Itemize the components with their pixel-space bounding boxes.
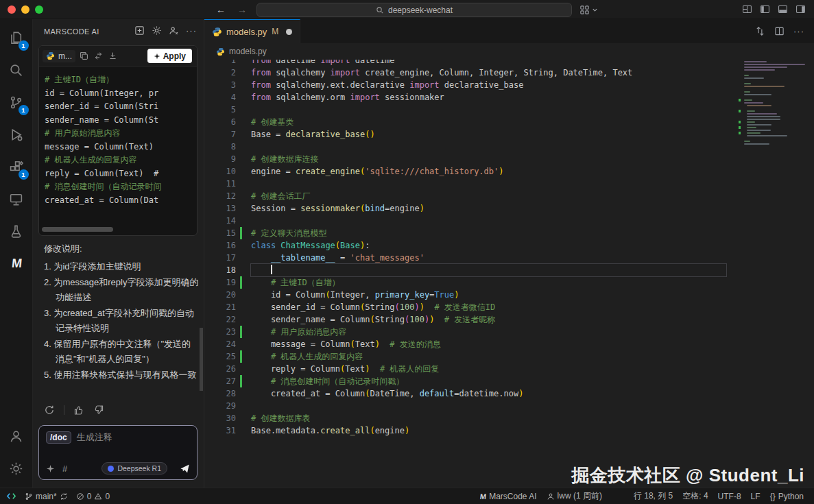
back-icon[interactable]: ← <box>216 4 226 15</box>
toggle-secondary-sidebar-icon[interactable] <box>795 4 806 14</box>
code-line[interactable]: 2from sqlalchemy import create_engine, C… <box>204 67 814 79</box>
preview-code[interactable]: # 主键ID（自增）id = Column(Integer, prsender_… <box>39 67 197 207</box>
workbench: 1 1 1 M <box>0 19 814 488</box>
new-chat-icon[interactable] <box>134 25 145 36</box>
code-line[interactable]: 10engine = create_engine('sqlite:///chat… <box>204 165 814 178</box>
thumbs-up-icon[interactable] <box>73 405 84 416</box>
code-line[interactable]: 5 <box>204 104 814 116</box>
code-line[interactable]: 20 id = Column(Integer, primary_key=True… <box>204 289 814 301</box>
code-line[interactable]: 30# 创建数据库表 <box>204 412 814 424</box>
unsaved-dot[interactable] <box>286 29 292 35</box>
code-line[interactable]: 9# 创建数据库连接 <box>204 153 814 165</box>
code-line[interactable]: 26 reply = Column(Text) # 机器人的回复 <box>204 363 814 375</box>
code-line[interactable]: 6# 创建基类 <box>204 116 814 128</box>
more-actions-icon[interactable]: ··· <box>186 27 197 34</box>
code-line[interactable]: 23 # 用户原始消息内容 <box>204 326 814 338</box>
breadcrumb-file[interactable]: models.py <box>229 47 267 56</box>
code-line[interactable]: 13Session = sessionmaker(bind=engine) <box>204 202 814 215</box>
code-line[interactable]: 14 <box>204 215 814 227</box>
breadcrumb[interactable]: models.py <box>204 43 814 60</box>
code-line[interactable]: 21 sender_id = Column(String(100)) # 发送者… <box>204 301 814 313</box>
code-line[interactable]: 18 <box>204 264 814 276</box>
code-line[interactable]: 15# 定义聊天消息模型 <box>204 227 814 239</box>
code-line[interactable]: 27 # 消息创建时间（自动记录时间戳） <box>204 375 814 387</box>
account-x-icon[interactable] <box>169 25 179 36</box>
code-line[interactable]: 22 sender_name = Column(String(100)) # 发… <box>204 313 814 326</box>
line-number: 14 <box>204 215 236 227</box>
activitybar-extensions[interactable]: 1 <box>0 151 33 183</box>
activitybar-account[interactable] <box>0 420 33 453</box>
activitybar-settings[interactable] <box>0 453 33 485</box>
skills-sparkle-icon[interactable] <box>46 464 55 473</box>
marscode-status-item[interactable]: M MarsCode AI <box>477 492 540 501</box>
code-line[interactable]: 1from datetime import datetime <box>204 60 814 67</box>
settings-gear-icon[interactable] <box>152 25 162 36</box>
activitybar-explorer[interactable]: 1 <box>0 22 33 54</box>
activitybar-run-debug[interactable] <box>0 119 33 151</box>
indentation-label: 空格: 4 <box>682 490 708 502</box>
preview-file-chip[interactable]: m... <box>43 50 75 62</box>
indentation-item[interactable]: 空格: 4 <box>679 490 711 502</box>
activitybar-marscode[interactable]: M <box>0 248 33 280</box>
chat-input-box[interactable]: /doc 生成注释 # Deepseek R1 <box>38 425 197 480</box>
more-actions-icon[interactable]: ··· <box>793 28 804 35</box>
send-button[interactable] <box>180 464 190 474</box>
activitybar-testing[interactable] <box>0 215 33 248</box>
model-selector[interactable]: Deepseek R1 <box>101 462 167 475</box>
git-branch-item[interactable]: main* <box>21 488 71 504</box>
minimap[interactable] <box>739 61 813 146</box>
chat-input-text[interactable]: 生成注释 <box>77 431 112 444</box>
code-line[interactable]: 31Base.metadata.create_all(engine) <box>204 424 814 437</box>
apps-menu[interactable] <box>579 5 598 15</box>
language-item[interactable]: {} Python <box>767 492 807 501</box>
code-line[interactable]: 29 <box>204 400 814 412</box>
copy-icon[interactable] <box>80 51 88 60</box>
code-line[interactable]: 7Base = declarative_base() <box>204 128 814 141</box>
apply-button[interactable]: Apply <box>147 49 192 63</box>
toggle-primary-sidebar-icon[interactable] <box>760 4 770 14</box>
insert-icon[interactable] <box>108 51 117 60</box>
code-line[interactable]: 16class ChatMessage(Base): <box>204 239 814 252</box>
remote-indicator[interactable] <box>3 488 20 504</box>
fullscreen-window-button[interactable] <box>35 5 43 14</box>
eol-item[interactable]: LF <box>747 492 764 501</box>
tab-models-py[interactable]: models.py M <box>204 19 300 43</box>
minimap-line <box>739 105 813 106</box>
context-hash-icon[interactable]: # <box>62 464 67 474</box>
close-window-button[interactable] <box>8 5 16 14</box>
code-line[interactable]: 3from sqlalchemy.ext.declarative import … <box>204 79 814 91</box>
sidebar-scrollbar-thumb[interactable] <box>200 328 203 391</box>
encoding-item[interactable]: UTF-8 <box>715 492 745 501</box>
code-line[interactable]: 8 <box>204 141 814 153</box>
code-line[interactable]: 24 message = Column(Text) # 发送的消息 <box>204 338 814 350</box>
code-area[interactable]: 1from datetime import datetime2from sqla… <box>204 60 814 488</box>
split-editor-icon[interactable] <box>774 26 785 36</box>
code-line[interactable]: 19 # 主键ID（自增） <box>204 276 814 289</box>
code-line[interactable]: 17 __tablename__ = 'chat_messages' <box>204 252 814 264</box>
preview-horizontal-scrollbar[interactable] <box>42 227 113 232</box>
code-line[interactable]: 4from sqlalchemy.orm import sessionmaker <box>204 91 814 104</box>
minimap-line <box>739 135 813 136</box>
minimize-window-button[interactable] <box>21 5 29 14</box>
activitybar-source-control[interactable]: 1 <box>0 86 33 119</box>
compare-changes-icon[interactable] <box>755 26 765 36</box>
code-line[interactable]: 25 # 机器人生成的回复内容 <box>204 350 814 363</box>
slash-command-chip[interactable]: /doc <box>46 431 71 444</box>
activitybar-search[interactable] <box>0 54 33 86</box>
command-center[interactable]: deepseek-wechat <box>256 3 572 17</box>
code-line[interactable]: 12# 创建会话工厂 <box>204 190 814 202</box>
editor-actions: ··· <box>755 19 814 43</box>
code-line[interactable]: 11 <box>204 178 814 190</box>
problems-item[interactable]: 0 0 <box>73 488 113 504</box>
diff-icon[interactable] <box>94 51 103 60</box>
regenerate-icon[interactable] <box>44 405 55 416</box>
cursor-position-item[interactable]: 行 18, 列 5 <box>630 490 676 502</box>
toggle-panel-icon[interactable] <box>778 4 788 14</box>
thumbs-down-icon[interactable] <box>93 405 104 416</box>
forward-icon[interactable]: → <box>237 4 247 15</box>
grid-icon <box>579 5 590 15</box>
customize-layout-icon[interactable] <box>742 4 752 14</box>
code-line[interactable]: 28 created_at = Column(DateTime, default… <box>204 387 814 400</box>
git-blame-item[interactable]: lww (1 周前) <box>543 490 606 502</box>
activitybar-remote-explorer[interactable] <box>0 183 33 215</box>
